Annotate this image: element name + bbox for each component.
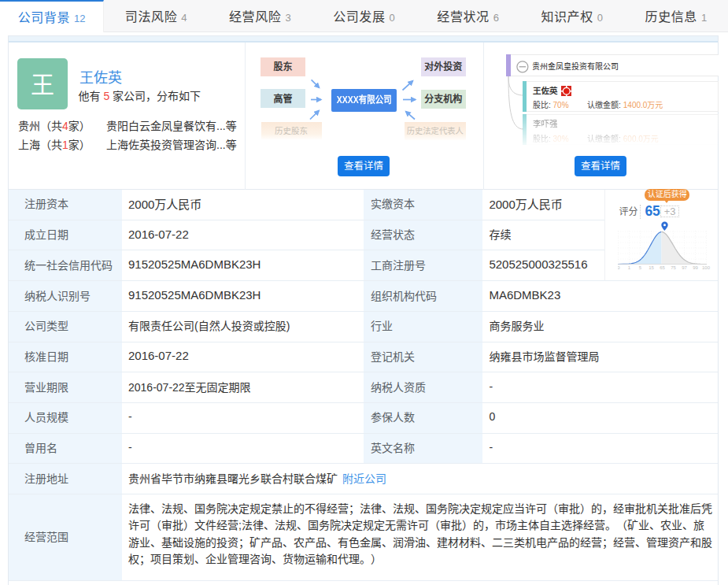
svg-text:1: 1 bbox=[628, 265, 631, 270]
svg-text:97: 97 bbox=[682, 265, 688, 270]
svg-text:5: 5 bbox=[639, 265, 642, 270]
svg-text:0: 0 bbox=[618, 265, 620, 270]
svg-text:99: 99 bbox=[693, 265, 699, 270]
svg-text:100: 100 bbox=[702, 265, 711, 270]
svg-text:65: 65 bbox=[660, 265, 666, 270]
svg-text:75: 75 bbox=[671, 265, 677, 270]
svg-text:15: 15 bbox=[649, 265, 655, 270]
